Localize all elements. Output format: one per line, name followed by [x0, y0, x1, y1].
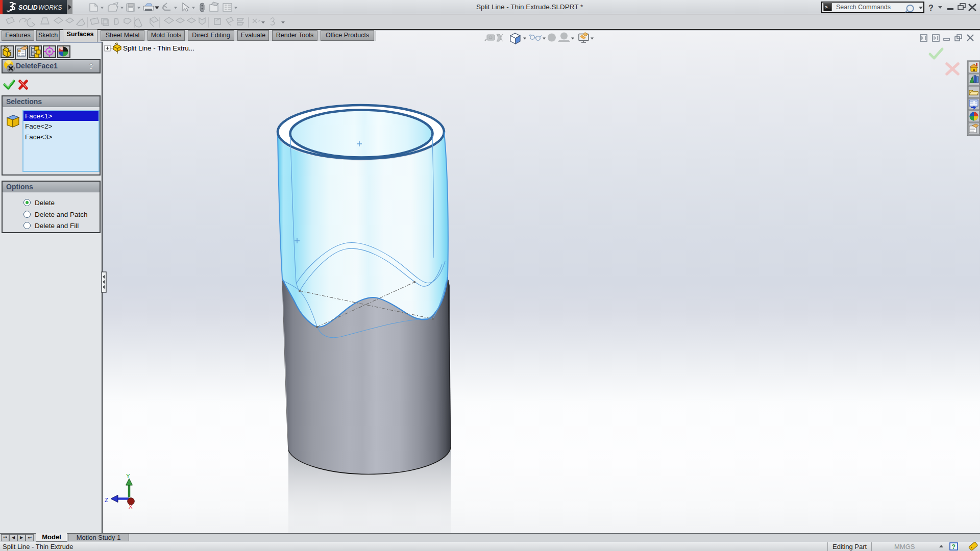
svg-text:?: ? [928, 4, 934, 12]
svg-text:?: ? [952, 543, 955, 550]
